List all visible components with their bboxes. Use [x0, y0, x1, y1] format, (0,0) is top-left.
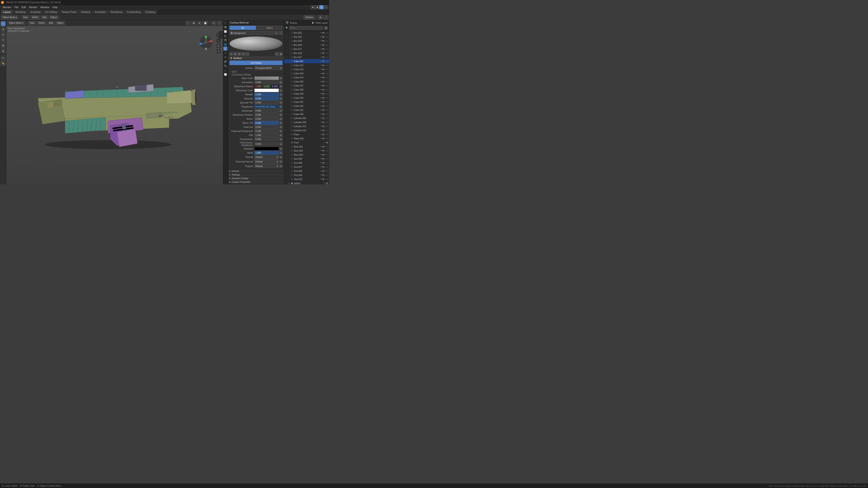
render-icon[interactable]: 📷	[322, 113, 324, 115]
select-icon[interactable]: ▽	[325, 121, 326, 123]
metallic-value[interactable]: 0.500	[254, 93, 279, 96]
transform-global[interactable]: Global ▾	[304, 15, 315, 20]
parent-icon[interactable]: ⊡	[327, 85, 328, 87]
outliner-item-Text009[interactable]: ⬡ Text.009 👁 📷 ▽ ⊡	[284, 173, 329, 177]
3d-viewport-canvas[interactable]: WAVELENGTH CO. FLG-B7 D18 ✕	[6, 26, 223, 184]
parent-icon[interactable]: ⊡	[327, 44, 328, 46]
tab-rendering[interactable]: Rendering	[108, 10, 124, 14]
render-icon[interactable]: 📷	[322, 105, 324, 107]
move-tool[interactable]: ✛	[1, 32, 6, 37]
visibility-icon[interactable]: 👁	[320, 44, 322, 46]
outliner-item-Cylinder004[interactable]: ⬡ Cylinder.004 👁 📷 ▽ ⊡	[284, 116, 329, 120]
select-icon[interactable]: ▽	[325, 44, 326, 46]
parent-icon[interactable]: ⊡	[327, 109, 328, 111]
visibility-icon[interactable]: 👁	[320, 36, 322, 38]
select-icon[interactable]: ▽	[325, 56, 326, 58]
render-icon[interactable]: 📷	[322, 48, 324, 50]
properties-icon[interactable]: N	[219, 32, 223, 35]
visibility-icon[interactable]: 👁	[324, 142, 326, 144]
render-icon[interactable]: 📷	[322, 125, 324, 127]
outliner-item-Cube037[interactable]: ⬡ Cube.037 👁 📷 ▽ ⊡	[284, 84, 329, 88]
visibility-icon[interactable]: 👁	[320, 64, 322, 66]
outliner-item-Text006[interactable]: ⬡ Text.006 👁 📷 ▽ ⊡	[284, 161, 329, 165]
render-icon[interactable]: 📷	[322, 154, 324, 156]
viewport[interactable]: Object Mode ▾ View Select Add Object □ ◑…	[6, 20, 223, 184]
roughness-texture-value[interactable]: mmmodels_6K_Roug...	[254, 105, 279, 108]
subsurface-b-input[interactable]: 0.100	[271, 85, 279, 88]
subsurface-color-arrow[interactable]: ▸	[279, 89, 283, 92]
select-icon[interactable]: ▽	[325, 85, 326, 87]
select-icon[interactable]: ▽	[325, 150, 326, 152]
gizmo-btn[interactable]: ✧	[217, 21, 222, 25]
outliner-item-Cube019[interactable]: ⬡ Cube.019 👁 📷 ▽ ⊡	[284, 75, 329, 79]
select-icon[interactable]: ▽	[325, 138, 326, 140]
outliner-item-Text005[interactable]: ⬡ Text.005 👁 📷 ▽ ⊡	[284, 157, 329, 161]
visibility-icon[interactable]: 👁	[320, 117, 322, 119]
outliner-item-Box027[interactable]: ⬡ Box.027 👁 📷 ▽ ⊡	[284, 55, 329, 59]
physics-icon[interactable]: ⚙	[223, 55, 227, 59]
visibility-icon[interactable]: 👁	[320, 76, 322, 78]
menu-file[interactable]: File	[13, 5, 20, 9]
render-icon[interactable]: 📷	[322, 89, 324, 91]
view-menu[interactable]: View	[22, 15, 30, 20]
select-icon[interactable]: ▽	[325, 174, 326, 176]
local-view-btn[interactable]: ⊙	[216, 49, 221, 54]
render-icon[interactable]: 📷	[322, 162, 324, 164]
subsurface-radius-arrow[interactable]: ▸	[279, 85, 283, 88]
visibility-icon[interactable]: 👁	[320, 48, 322, 50]
sheen-arrow[interactable]: ▸	[279, 117, 283, 121]
visibility-icon[interactable]: 👁	[320, 93, 322, 95]
outliner-item-battery[interactable]: ▶ ▣ battery 👁 📷	[284, 181, 329, 184]
menu-render[interactable]: Render	[28, 5, 39, 9]
preview-monkey-btn[interactable]: ⓜ	[238, 52, 241, 56]
object-menu[interactable]: Object	[49, 15, 59, 20]
outliner-search-input[interactable]	[289, 26, 323, 30]
outliner-item-Box004[interactable]: ⬡ Box.004 👁 📷 ▽ ⊡	[284, 43, 329, 47]
visibility-icon[interactable]: 👁	[320, 146, 322, 148]
visibility-icon[interactable]: 👁	[320, 60, 322, 62]
specular-value[interactable]: 0.500	[254, 97, 279, 100]
subsurface-g-input[interactable]: 0.200	[263, 85, 271, 88]
overlay-btn[interactable]: ⊙	[211, 21, 216, 25]
render-solid-icon[interactable]: ■	[311, 5, 315, 9]
tangent-prop-arrow[interactable]: ▸	[279, 164, 283, 168]
outliner-item-Cube012[interactable]: ⬡ Cube.012 👁 📷 ▽ ⊡	[284, 63, 329, 67]
output-icon[interactable]: ⬜	[223, 29, 227, 33]
parent-icon[interactable]: ⊡	[327, 150, 328, 152]
visibility-icon[interactable]: 👁	[320, 109, 322, 111]
select-icon[interactable]: ▽	[325, 170, 326, 172]
parent-icon[interactable]: ⊡	[327, 138, 328, 140]
parent-icon[interactable]: ⊡	[327, 101, 328, 103]
parent-icon[interactable]: ⊡	[327, 97, 328, 99]
select-icon[interactable]: ▽	[325, 129, 326, 131]
tab-uv-editing[interactable]: UV Editing	[43, 10, 59, 14]
select-icon[interactable]: ▽	[325, 105, 326, 107]
render-material-icon[interactable]: ◑	[315, 5, 319, 9]
outliner-item-Box017[interactable]: ⬡ Box.017 👁 📷 ▽ ⊡	[284, 47, 329, 51]
visibility-icon[interactable]: 👁	[320, 68, 322, 70]
select-icon[interactable]: ▽	[325, 154, 326, 156]
emission-arrow[interactable]: ▸	[279, 147, 283, 150]
emission-color-swatch[interactable]	[254, 147, 279, 151]
select-icon[interactable]: ▽	[325, 97, 326, 99]
parent-icon[interactable]: ⊡	[327, 121, 328, 123]
visibility-icon[interactable]: 👁	[320, 85, 322, 87]
transmission-arrow[interactable]: ▸	[279, 138, 283, 141]
outliner-item-Slice002[interactable]: ⬡ Slice.002 👁 📷 ▽ ⊡	[284, 149, 329, 153]
parent-icon[interactable]: ⊡	[327, 52, 328, 54]
object-btn[interactable]: Object	[55, 21, 65, 25]
anisotropic-arrow[interactable]: ▸	[279, 109, 283, 112]
clearcoat-roughness-value[interactable]: 0.030	[254, 129, 279, 133]
visibility-icon[interactable]: 👁	[320, 101, 322, 103]
render-icon[interactable]: 📷	[322, 170, 324, 172]
select-icon[interactable]: ▽	[325, 60, 326, 62]
tools-icon[interactable]: T	[219, 35, 223, 38]
visibility-icon[interactable]: 👁	[320, 133, 322, 135]
render-icon[interactable]: 📷	[322, 174, 324, 176]
snap-toggle[interactable]: ⊕	[318, 15, 323, 20]
base-color-arrow[interactable]: ▸	[279, 76, 283, 80]
constraints-icon[interactable]: 🔗	[223, 59, 227, 64]
outliner-item-Plane[interactable]: ⬡ Plane 👁 📷 ▽ ⊡	[284, 132, 329, 136]
transmission-roughness-value[interactable]: 0.000	[254, 142, 279, 146]
outliner-item-Cube036[interactable]: ⬡ Cube.036 👁 📷 ▽ ⊡	[284, 79, 329, 84]
